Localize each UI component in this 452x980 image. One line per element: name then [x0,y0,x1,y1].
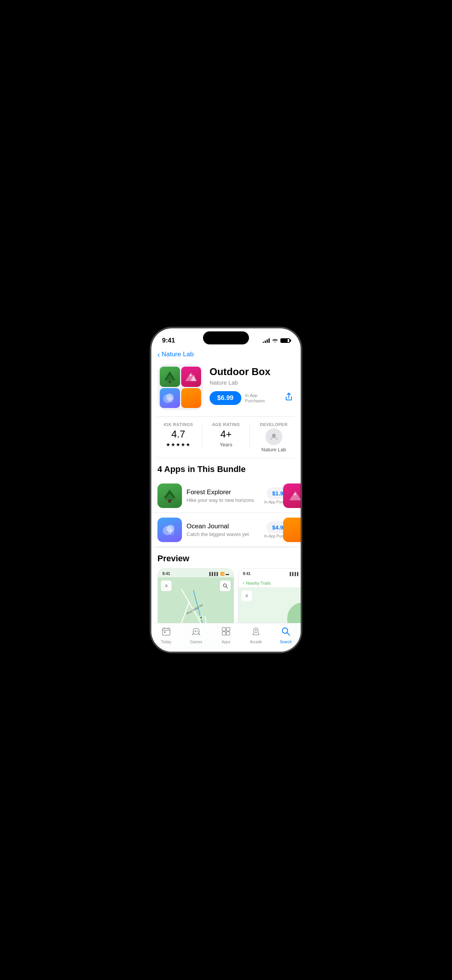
developer-avatar [265,428,282,445]
forest-app-icon [157,483,182,508]
app-meta: Outdoor Box Nature Lab $6.99 In-App Purc… [210,364,295,405]
signal-bars-icon [263,338,270,343]
stat-ratings: 41K RATINGS 4.7 ★ ★ ★ ★ ★ [154,422,202,452]
phone-shell: 9:41 ‹ Nature Lab [151,328,301,652]
tab-arcade-label: Arcade [250,640,262,644]
svg-rect-12 [168,500,171,503]
ratings-label: 41K RATINGS [164,422,193,427]
ocean-app-info: Ocean Journal Catch the biggest waves ye… [187,523,260,537]
back-navigation[interactable]: ‹ Nature Lab [151,347,301,361]
svg-rect-30 [226,632,230,635]
ss1-time: 9:41 [162,572,170,576]
tab-apps[interactable]: Apps [211,626,241,644]
search-icon [281,626,291,639]
tab-games-label: Games [190,640,202,644]
svg-rect-28 [226,628,230,631]
status-time: 9:41 [162,337,175,344]
age-unit: Years [220,442,233,447]
apps-icon [221,626,231,639]
app-header: Outdoor Box Nature Lab $6.99 In-App Purc… [151,361,301,416]
bundle-app-icon-grid [157,364,203,410]
bundle-app-row-ocean[interactable]: Ocean Journal Catch the biggest waves ye… [151,513,301,547]
ss2-status-icons: ▌▌▌▌ 📶 ▬ [290,572,301,576]
app-price-row: $6.99 In-App Purchases [210,391,295,405]
tab-today[interactable]: Today [151,626,181,644]
arcade-icon [251,626,261,639]
forest-app-name: Forest Explorer [187,488,260,496]
tab-apps-label: Apps [222,640,231,644]
ss2-back-label: Nearby Trails [246,581,271,585]
star-half: ★ [186,442,190,447]
svg-point-8 [167,397,174,403]
developer-name: Nature Lab [262,447,286,452]
svg-line-34 [287,633,290,636]
svg-rect-2 [169,381,171,383]
peek-orange-icon [283,518,301,542]
stat-developer: DEVELOPER Nature Lab [250,422,298,452]
app-name: Outdoor Box [210,366,295,378]
ocean-app-desc: Catch the biggest waves yet [187,531,260,537]
tab-search-label: Search [280,640,292,644]
map-search-button[interactable] [220,580,231,591]
forest-app-info: Forest Explorer Hike your way to new hor… [187,488,260,503]
tab-arcade[interactable]: Arcade [241,626,271,644]
forest-app-desc: Hike your way to new horizons [187,497,260,503]
ss2-back-nav[interactable]: ‹ Nearby Trails [238,577,301,587]
star-3: ★ [176,442,180,447]
ss1-signal-icon: ▌▌▌▌ [209,572,219,576]
phone-content[interactable]: 9:41 ‹ Nature Lab [151,328,301,652]
bundle-app-row-forest[interactable]: Forest Explorer Hike your way to new hor… [151,479,301,513]
svg-point-9 [272,434,276,438]
svg-rect-29 [222,632,226,635]
svg-rect-27 [222,628,226,631]
tab-games[interactable]: Games [181,626,211,644]
back-arrow-icon: ‹ [157,351,160,358]
ss2-signal-icon: ▌▌▌▌ [290,572,300,576]
age-label: AGE RATING [212,422,240,427]
notch [203,331,249,344]
age-value: 4+ [220,428,232,440]
star-4: ★ [181,442,185,447]
ss2-back-arrow: ‹ [243,580,244,586]
icon-cell-ocean [160,388,180,408]
purchases-label: Purchases [245,398,265,403]
share-button[interactable] [283,391,295,405]
tab-bar: Today Games [151,623,301,652]
trail-dot [199,616,203,619]
svg-point-26 [198,631,198,632]
in-app-label: In-App [245,393,265,398]
ss1-battery-icon: ▬ [226,572,229,576]
icon-cell-mountain [181,367,201,387]
ocean-app-name: Ocean Journal [187,523,260,530]
svg-rect-24 [164,631,165,633]
ss2-time: 9:41 [243,572,251,576]
svg-point-32 [255,629,257,631]
icon-cell-orange [181,388,201,408]
svg-line-19 [226,587,228,588]
back-label: Nature Lab [162,351,194,358]
tab-search[interactable]: Search [271,626,301,644]
status-bar: 9:41 [151,328,301,347]
svg-point-17 [168,529,174,535]
tab-today-label: Today [161,640,172,644]
svg-marker-13 [289,491,301,500]
wifi-icon [272,338,278,344]
battery-icon [280,338,290,343]
status-icons [263,338,290,344]
map-menu-button[interactable]: ≡ [161,580,172,591]
games-icon [191,626,201,639]
today-icon [161,626,171,639]
ss1-status-icons: ▌▌▌▌ 📶 ▬ [209,572,229,576]
ocean-app-icon [157,518,182,542]
bundle-section-title: 4 Apps in This Bundle [151,458,301,479]
rating-value: 4.7 [171,428,185,440]
developer-label: DEVELOPER [260,422,288,427]
ss2-menu-button[interactable]: ≡ [241,590,252,601]
stats-row: 41K RATINGS 4.7 ★ ★ ★ ★ ★ AGE RATING 4+ … [151,417,301,458]
svg-rect-20 [162,628,170,635]
svg-point-25 [197,631,198,631]
price-button[interactable]: $6.99 [210,391,241,405]
icon-cell-forest [160,367,180,387]
ss1-wifi-icon: 📶 [220,572,224,576]
stars-row: ★ ★ ★ ★ ★ [166,442,190,447]
